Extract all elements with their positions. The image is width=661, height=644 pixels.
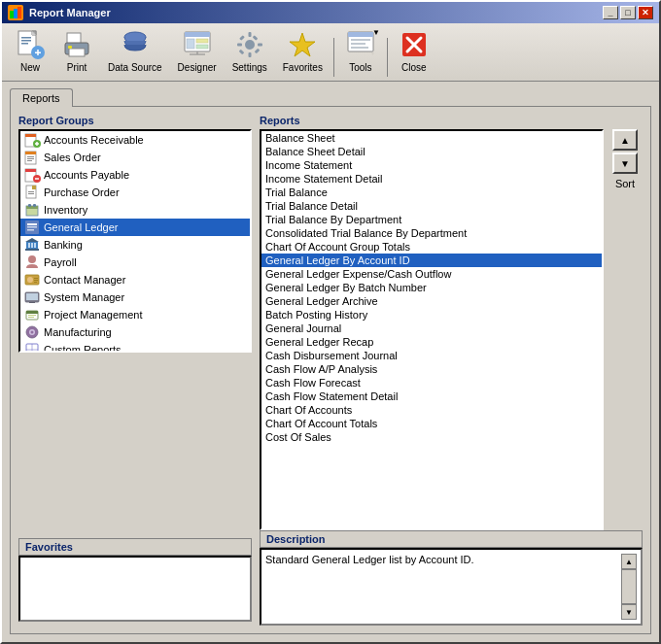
tab-reports[interactable]: Reports <box>10 88 73 107</box>
toolbar-separator-2 <box>387 38 388 77</box>
right-panel: Reports Balance Sheet Balance Sheet Deta… <box>260 115 643 626</box>
list-item[interactable]: System Manager <box>20 288 250 306</box>
close-tool-button[interactable]: Close <box>392 25 436 77</box>
list-item[interactable]: Chart Of Account Group Totals <box>261 240 602 254</box>
svg-rect-20 <box>196 39 208 43</box>
list-item[interactable]: Trial Balance <box>261 186 602 199</box>
list-item[interactable]: Cash Flow Forecast <box>261 376 602 390</box>
sales-order-icon <box>24 150 40 165</box>
list-item[interactable]: Cash Flow A/P Analysis <box>261 362 602 376</box>
data-source-button[interactable]: Data Source <box>101 25 169 77</box>
list-item[interactable]: Cash Flow Statement Detail <box>261 390 602 403</box>
list-item[interactable]: General Ledger Expense/Cash Outflow <box>261 267 602 281</box>
svg-rect-37 <box>351 43 365 45</box>
svg-rect-66 <box>27 223 37 225</box>
reports-list[interactable]: Balance Sheet Balance Sheet Detail Incom… <box>260 129 604 530</box>
list-item[interactable]: Batch Posting History <box>261 308 602 322</box>
list-item[interactable]: Purchase Order <box>20 184 250 201</box>
print-label: Print <box>67 62 87 73</box>
left-panel: Report Groups Accounts Receivable <box>18 115 252 626</box>
list-item[interactable]: Banking <box>20 236 250 254</box>
svg-rect-2 <box>17 7 21 18</box>
svg-rect-59 <box>28 191 34 192</box>
svg-rect-36 <box>351 39 370 41</box>
sort-up-button[interactable]: ▲ <box>612 129 638 151</box>
svg-rect-71 <box>28 243 30 248</box>
list-item[interactable]: Cash Disbursement Journal <box>261 349 602 362</box>
description-panel: Description Standard General Ledger list… <box>260 530 643 626</box>
svg-rect-73 <box>34 243 36 248</box>
list-item[interactable]: Project Management <box>20 306 250 323</box>
svg-rect-25 <box>248 32 251 37</box>
svg-rect-85 <box>26 311 38 314</box>
svg-rect-14 <box>69 49 85 56</box>
svg-rect-32 <box>238 50 244 55</box>
list-item[interactable]: General Journal <box>261 322 602 335</box>
list-item[interactable]: Income Statement <box>261 158 602 172</box>
list-item[interactable]: Chart Of Account Totals <box>261 417 602 430</box>
list-item[interactable]: Accounts Receivable <box>20 131 250 149</box>
favorites-panel: Favorites <box>18 538 252 626</box>
list-item[interactable]: Trial Balance Detail <box>261 199 602 213</box>
tools-button[interactable]: Tools ▼ <box>338 25 383 77</box>
scroll-down-button[interactable]: ▼ <box>621 604 637 620</box>
designer-button[interactable]: Designer <box>171 25 224 77</box>
svg-rect-31 <box>252 35 258 41</box>
list-item[interactable]: Consolidated Trial Balance By Department <box>261 226 602 240</box>
minimize-button[interactable]: _ <box>603 6 618 19</box>
favorites-list[interactable] <box>18 556 252 622</box>
list-item[interactable]: General Ledger Recap <box>261 335 602 349</box>
svg-marker-58 <box>32 186 36 189</box>
scroll-up-button[interactable]: ▲ <box>621 554 637 569</box>
list-item[interactable]: Contact Manager <box>20 271 250 288</box>
list-item[interactable]: Income Statement Detail <box>261 172 602 186</box>
designer-label: Designer <box>178 62 217 73</box>
new-button[interactable]: New <box>8 25 52 77</box>
svg-rect-0 <box>10 11 14 18</box>
list-item[interactable]: Balance Sheet <box>261 131 602 145</box>
maximize-button[interactable]: □ <box>620 6 636 19</box>
reports-panel-title: Reports <box>260 115 643 126</box>
list-item[interactable]: Balance Sheet Detail <box>261 145 602 158</box>
list-item[interactable]: Cost Of Sales <box>261 430 602 444</box>
sort-down-button[interactable]: ▼ <box>612 153 638 174</box>
project-management-icon <box>24 307 40 322</box>
svg-rect-21 <box>196 45 208 49</box>
sort-up-icon: ▲ <box>620 135 630 146</box>
description-scrollbar: ▲ ▼ <box>621 554 637 620</box>
sort-area: ▲ ▼ Sort <box>608 129 643 530</box>
favorites-button[interactable]: Favorites <box>276 25 330 77</box>
svg-rect-11 <box>37 50 39 55</box>
list-item[interactable]: Custom Reports <box>20 341 250 353</box>
svg-rect-60 <box>28 193 34 194</box>
general-ledger-icon <box>24 220 40 235</box>
list-item[interactable]: Manufacturing <box>20 323 250 341</box>
print-button[interactable]: Print <box>54 25 99 77</box>
reports-row: Balance Sheet Balance Sheet Detail Incom… <box>260 129 643 530</box>
svg-rect-15 <box>68 46 72 49</box>
list-item[interactable]: General Ledger By Account ID <box>261 254 602 267</box>
window-controls: _ □ ✕ <box>603 6 653 19</box>
custom-reports-icon <box>24 342 40 353</box>
svg-rect-26 <box>248 52 251 57</box>
list-item[interactable]: Chart Of Accounts <box>261 403 602 417</box>
manufacturing-icon <box>24 324 40 340</box>
svg-marker-39 <box>371 52 374 55</box>
new-icon <box>15 29 46 60</box>
list-item[interactable]: Trial Balance By Department <box>261 213 602 226</box>
list-item[interactable]: Payroll <box>20 254 250 271</box>
svg-rect-62 <box>26 206 38 209</box>
close-button[interactable]: ✕ <box>638 6 653 19</box>
svg-rect-44 <box>25 134 36 137</box>
close-tool-label: Close <box>401 62 427 73</box>
settings-button[interactable]: Settings <box>226 25 274 77</box>
list-item[interactable]: General Ledger <box>20 219 250 236</box>
list-item[interactable]: Inventory <box>20 201 250 219</box>
contact-manager-icon <box>24 272 40 288</box>
list-item[interactable]: General Ledger Archive <box>261 294 602 308</box>
report-groups-list[interactable]: Accounts Receivable Sales Order <box>18 129 252 353</box>
list-item[interactable]: Accounts Payable <box>20 166 250 184</box>
list-item[interactable]: General Ledger By Batch Number <box>261 281 602 294</box>
svg-point-77 <box>27 277 33 283</box>
list-item[interactable]: Sales Order <box>20 149 250 166</box>
